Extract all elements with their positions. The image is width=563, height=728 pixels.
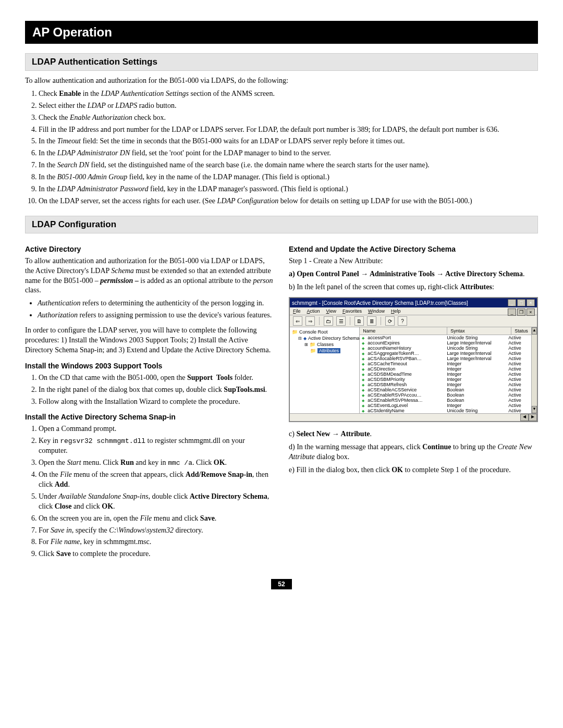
table-row[interactable]: aCSCacheTimeoutIntegerActive	[360, 361, 531, 366]
up-icon[interactable]: 🗀	[324, 316, 333, 326]
ss-title-text: schmmgmt - [Console Root\Active Director…	[292, 300, 468, 306]
table-row[interactable]: aCSDirectionIntegerActive	[360, 366, 531, 372]
tree-schema[interactable]: Active Directory Schema [LDAP.tr.com]	[308, 336, 360, 341]
folder-icon	[310, 342, 315, 347]
list-item: Check the Enable Authorization check box…	[39, 113, 538, 123]
scroll-up-icon[interactable]: ▲	[532, 327, 537, 335]
list-item: Open a Command prompt.	[39, 424, 274, 434]
refresh-icon[interactable]: ⟳	[385, 316, 395, 326]
close-icon[interactable]: ×	[527, 299, 535, 306]
ss-tree: Console Root ⊟Active Directory Schema [L…	[290, 327, 360, 413]
right-column: Extend and Update the Active Directory S…	[289, 239, 538, 564]
attribute-icon	[362, 351, 366, 356]
sub-e: e) Fill in the dialog box, then click OK…	[289, 465, 538, 475]
list-item: On the File menu of the screen that appe…	[39, 470, 274, 490]
sub-a: a) Open Control Panel → Administrative T…	[289, 269, 538, 279]
install-tools-head: Install the Windows 2003 Support Tools	[25, 362, 274, 370]
attribute-icon	[362, 356, 366, 361]
scroll-left-icon[interactable]: ◀	[520, 414, 529, 421]
maximize-icon[interactable]: □	[517, 299, 525, 306]
list-item: Open the Start menu. Click Run and key i…	[39, 458, 274, 468]
section-ldap-config-header: LDAP Configuration	[25, 216, 538, 233]
ss-statusbar: ◀ ▶	[290, 413, 537, 421]
attribute-icon	[362, 366, 366, 372]
scroll-right-icon[interactable]: ▶	[529, 414, 537, 421]
menu-file[interactable]: File	[293, 309, 301, 314]
table-row[interactable]: accountNameHistoryUnicode StringActive	[360, 346, 531, 351]
back-icon[interactable]: ⇐	[293, 316, 302, 326]
ss-menubar: FileActionViewFavoritesWindowHelp _ ❐ ×	[290, 307, 537, 315]
doc-restore-icon[interactable]: ❐	[517, 309, 525, 316]
vertical-scrollbar[interactable]: ▲ ▼	[531, 327, 537, 413]
attribute-icon	[362, 377, 366, 382]
left-column: Active Directory To allow authentication…	[25, 239, 274, 564]
horizontal-scrollbar[interactable]: ◀ ▶	[290, 414, 537, 421]
list-item: In the Search DN field, set the distingu…	[39, 161, 538, 170]
attribute-icon	[362, 382, 366, 387]
attribute-icon	[362, 335, 366, 340]
schema-icon	[303, 336, 307, 341]
attribute-icon	[362, 398, 366, 403]
table-row[interactable]: aCSEventLogLevelIntegerActive	[360, 403, 531, 408]
active-directory-head: Active Directory	[25, 245, 274, 253]
table-row[interactable]: aCSDSBMPriorityIntegerActive	[360, 377, 531, 382]
install-tools-steps: On the CD that came with the B051-000, o…	[25, 373, 274, 407]
ss-grid: Name Syntax Status accessPortUnicode Str…	[360, 327, 531, 413]
tree-classes[interactable]: Classes	[317, 342, 334, 347]
menu-action[interactable]: Action	[307, 309, 320, 314]
tree-attributes[interactable]: Attributes	[317, 348, 340, 353]
menu-view[interactable]: View	[326, 309, 336, 314]
table-row[interactable]: accountExpiresLarge Integer/IntervalActi…	[360, 340, 531, 346]
table-row[interactable]: accessPortUnicode StringActive	[360, 335, 531, 340]
properties-icon[interactable]: ☰	[336, 316, 346, 326]
scroll-down-icon[interactable]: ▼	[532, 406, 537, 413]
attribute-icon	[362, 346, 366, 351]
auth-bullets: Authentication refers to determining the…	[25, 299, 274, 320]
table-row[interactable]: aCSEnableRSVPAccou…BooleanActive	[360, 392, 531, 398]
folder-icon	[292, 329, 298, 335]
page-number: 52	[271, 579, 292, 589]
list-item: Check Enable in the LDAP Authentication …	[39, 89, 538, 99]
menu-window[interactable]: Window	[368, 309, 385, 314]
table-row[interactable]: aCSIdentityNameUnicode StringActive	[360, 408, 531, 413]
ss-grid-header: Name Syntax Status	[360, 327, 531, 335]
list-item: Fill in the IP address and port number f…	[39, 125, 538, 135]
col-name[interactable]: Name	[360, 327, 447, 335]
page-header: AP Operation	[25, 21, 538, 44]
table-row[interactable]: aCSAggregateTokenR…Large Integer/Interva…	[360, 351, 531, 356]
tree-root[interactable]: Console Root	[299, 329, 328, 335]
menu-help[interactable]: Help	[391, 309, 401, 314]
list-icon[interactable]: ≣	[367, 316, 376, 326]
export-icon[interactable]: 🗎	[354, 316, 364, 326]
list-item: In the right panel of the dialog box tha…	[39, 385, 274, 395]
list-item: In the Timeout field: Set the time in se…	[39, 137, 538, 146]
config-paragraph: In order to configure the LDAP server, y…	[25, 326, 274, 355]
table-row[interactable]: aCSEnableRSVPMessa…BooleanActive	[360, 398, 531, 403]
list-item: On the CD that came with the B051-000, o…	[39, 373, 274, 383]
list-item: Follow along with the Installation Wizar…	[39, 397, 274, 407]
col-status[interactable]: Status	[511, 327, 531, 335]
table-row[interactable]: aCSAllocableRSVPBan…Large Integer/Interv…	[360, 356, 531, 361]
doc-minimize-icon[interactable]: _	[508, 309, 516, 316]
menu-favorites[interactable]: Favorites	[342, 309, 362, 314]
ldap-auth-intro: To allow authentication and authorizatio…	[25, 76, 538, 86]
sub-d: d) In the warning message that appears, …	[289, 442, 538, 462]
table-row[interactable]: aCSDSBMRefreshIntegerActive	[360, 382, 531, 387]
doc-close-icon[interactable]: ×	[527, 309, 535, 316]
list-item: In the LDAP Administrator Password field…	[39, 184, 538, 194]
table-row[interactable]: aCSDSBMDeadTimeIntegerActive	[360, 372, 531, 377]
list-item: Under Available Standalone Snap-ins, dou…	[39, 492, 274, 512]
table-row[interactable]: aCSEnableACSServiceBooleanActive	[360, 387, 531, 392]
folder-icon	[310, 348, 316, 353]
list-item: In the LDAP Administrator DN field, set …	[39, 149, 538, 158]
list-item: On the LDAP server, set the access right…	[39, 196, 538, 206]
forward-icon[interactable]: ⇒	[305, 316, 315, 326]
minimize-icon[interactable]: _	[508, 299, 516, 306]
col-syntax[interactable]: Syntax	[447, 327, 511, 335]
active-directory-paragraph: To allow authentication and authorizatio…	[25, 256, 274, 296]
list-item: Authorization refers to assigning permis…	[38, 311, 274, 320]
list-item: Select either the LDAP or LDAPS radio bu…	[39, 101, 538, 111]
attribute-icon	[362, 403, 366, 408]
sub-c: c) Select New → Attribute.	[289, 429, 538, 439]
help-icon[interactable]: ?	[398, 316, 407, 326]
